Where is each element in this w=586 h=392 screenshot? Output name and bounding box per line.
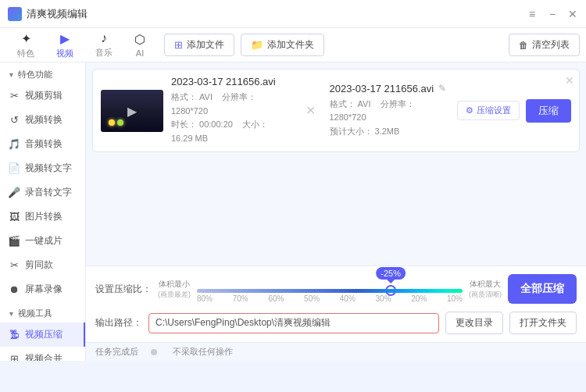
clip-icon: ✂	[8, 90, 20, 102]
input-duration-value: 00:00:20	[199, 119, 233, 129]
sidebar-item-screen-record[interactable]: ⏺ 屏幕录像	[0, 277, 85, 301]
close-btn[interactable]: ✕	[567, 9, 578, 20]
output-path-input[interactable]	[148, 313, 439, 333]
output-path-row: 输出路径： 更改目录 打开文件夹	[95, 312, 577, 334]
file-card-actions: ⚙ 压缩设置 压缩	[457, 99, 571, 123]
slider-bubble: -25%	[376, 267, 406, 280]
file-output-name-row: 2023-03-17 211656.avi ✎	[330, 83, 450, 94]
section-arrow-icon-2: ▼	[8, 310, 15, 318]
compress-button[interactable]: 压缩	[526, 99, 571, 123]
light-1	[109, 119, 115, 126]
estimated-size-value: 3.2MB	[375, 127, 400, 136]
sidebar-item-cut-same[interactable]: ✂ 剪同款	[0, 253, 85, 277]
sidebar-item-audio-convert[interactable]: 🎵 音频转换	[0, 132, 85, 156]
clear-list-button[interactable]: 🗑 清空列表	[509, 34, 580, 56]
tab-special-icon: ✦	[21, 31, 31, 46]
menu-icon[interactable]: ≡	[527, 9, 538, 20]
merge-icon: ⊞	[8, 353, 20, 362]
tab-ai-label: AI	[136, 48, 144, 58]
file-remove-button[interactable]: ✕	[565, 74, 574, 87]
file-arrow-icon: ✕	[299, 103, 322, 118]
title-bar-controls: ≡ − ✕	[527, 9, 578, 20]
small-sub-label: (画质最差)	[158, 290, 191, 300]
add-file-icon: ⊞	[174, 39, 183, 51]
screen-record-icon: ⏺	[8, 283, 20, 296]
tab-special-label: 特色	[17, 48, 34, 59]
sidebar-item-video-to-text[interactable]: 📄 视频转文字	[0, 156, 85, 180]
main-layout: ▼ 特色功能 ✂ 视频剪辑 ↺ 视频转换 🎵 音频转换 📄 视频转文字 🎤 录音…	[0, 62, 586, 361]
tab-video-icon: ▶	[60, 31, 70, 46]
open-folder-button[interactable]: 打开文件夹	[509, 312, 577, 334]
tab-audio[interactable]: ♪ 音乐	[84, 28, 123, 62]
settings-icon: ⚙	[466, 105, 473, 116]
resolution-label: 分辨率：	[222, 92, 256, 102]
input-resolution-value: 1280*720	[171, 106, 208, 116]
bottom-panel: 设置压缩比： 体积最小 (画质最差) -25% 80% 70% 6	[86, 265, 586, 342]
input-format-value: AVI	[199, 92, 213, 102]
sidebar: ▼ 特色功能 ✂ 视频剪辑 ↺ 视频转换 🎵 音频转换 📄 视频转文字 🎤 录音…	[0, 62, 86, 361]
add-folder-button[interactable]: 📁 添加文件夹	[241, 34, 324, 56]
large-label-area: 体积最大 (画质清晰)	[469, 279, 502, 300]
sidebar-item-one-click[interactable]: 🎬 一键成片	[0, 229, 85, 253]
slider-labels: 80% 70% 60% 50% 40% 30% 20% 10%	[197, 294, 463, 303]
sidebar-special-section: ▼ 特色功能	[0, 62, 85, 84]
file-input-name: 2023-03-17 211656.avi	[171, 76, 291, 87]
sidebar-item-image-convert[interactable]: 🖼 图片转换	[0, 205, 85, 229]
sidebar-video-section: ▼ 视频工具	[0, 301, 85, 323]
format-label: 格式：	[171, 92, 197, 102]
file-info-output: 2023-03-17 211656.avi ✎ 格式： AVI 分辨率： 128…	[330, 83, 450, 139]
title-bar: 清爽视频编辑 ≡ − ✕	[0, 0, 586, 28]
change-dir-button[interactable]: 更改目录	[445, 312, 503, 334]
minimize-btn[interactable]: −	[547, 9, 558, 20]
trash-icon: 🗑	[519, 40, 528, 51]
sidebar-item-merge[interactable]: ⊞ 视频合并	[0, 347, 85, 361]
file-info-input: 2023-03-17 211656.avi 格式： AVI 分辨率： 1280*…	[171, 76, 291, 145]
app-title: 清爽视频编辑	[27, 7, 88, 21]
tab-audio-icon: ♪	[101, 31, 107, 45]
file-thumbnail	[101, 90, 163, 132]
small-label: 体积最小	[158, 279, 191, 290]
large-label: 体积最大	[469, 279, 502, 290]
thumbnail-lights	[109, 119, 123, 126]
tab-ai[interactable]: ⬡ AI	[123, 29, 156, 61]
sidebar-item-record-to-text[interactable]: 🎤 录音转文字	[0, 180, 85, 205]
output-format-value: AVI	[358, 99, 371, 109]
file-card: 2023-03-17 211656.avi 格式： AVI 分辨率： 1280*…	[92, 69, 580, 152]
one-click-icon: 🎬	[8, 235, 20, 248]
edit-icon[interactable]: ✎	[438, 83, 446, 94]
out-resolution-label: 分辨率：	[381, 99, 415, 109]
compress-all-button[interactable]: 全部压缩	[508, 274, 577, 304]
status-dot	[151, 349, 157, 355]
light-2	[117, 119, 123, 126]
slider-track[interactable]	[197, 289, 463, 293]
section-arrow-icon: ▼	[8, 71, 15, 79]
sidebar-item-clip[interactable]: ✂ 视频剪辑	[0, 84, 85, 108]
file-output-meta: 格式： AVI 分辨率： 1280*720 预计大小： 3.2MB	[330, 98, 450, 139]
tab-video[interactable]: ▶ 视频	[45, 28, 84, 62]
compress-settings-button[interactable]: ⚙ 压缩设置	[457, 101, 520, 120]
video-to-text-icon: 📄	[8, 162, 20, 175]
tab-video-label: 视频	[56, 48, 73, 59]
file-list: 2023-03-17 211656.avi 格式： AVI 分辨率： 1280*…	[86, 62, 586, 265]
set-ratio-label: 设置压缩比：	[95, 283, 152, 296]
add-file-button[interactable]: ⊞ 添加文件	[164, 34, 234, 56]
file-output-name: 2023-03-17 211656.avi	[330, 83, 434, 94]
slider-wrapper[interactable]: -25% 80% 70% 60% 50% 40% 30% 20% 10%	[197, 275, 463, 303]
sidebar-item-convert[interactable]: ↺ 视频转换	[0, 108, 85, 132]
small-label-area: 体积最小 (画质最差)	[158, 279, 191, 300]
size-label: 大小：	[242, 119, 268, 129]
output-path-label: 输出路径：	[95, 316, 142, 330]
audio-convert-icon: 🎵	[8, 138, 20, 151]
sidebar-item-compress[interactable]: 🗜 视频压缩	[0, 323, 85, 347]
input-size-value: 16.29 MB	[171, 134, 208, 143]
tab-ai-icon: ⬡	[134, 32, 145, 47]
tab-special[interactable]: ✦ 特色	[6, 28, 45, 62]
large-sub-label: (画质清晰)	[469, 290, 502, 300]
cut-same-icon: ✂	[8, 259, 20, 272]
status-bar: 任务完成后 不采取任何操作	[86, 342, 586, 361]
out-format-label: 格式：	[330, 99, 356, 109]
add-file-label: 添加文件	[187, 38, 224, 52]
done-label: 任务完成后	[95, 346, 138, 358]
content-area: 2023-03-17 211656.avi 格式： AVI 分辨率： 1280*…	[86, 62, 586, 361]
output-resolution-value: 1280*720	[330, 112, 366, 122]
